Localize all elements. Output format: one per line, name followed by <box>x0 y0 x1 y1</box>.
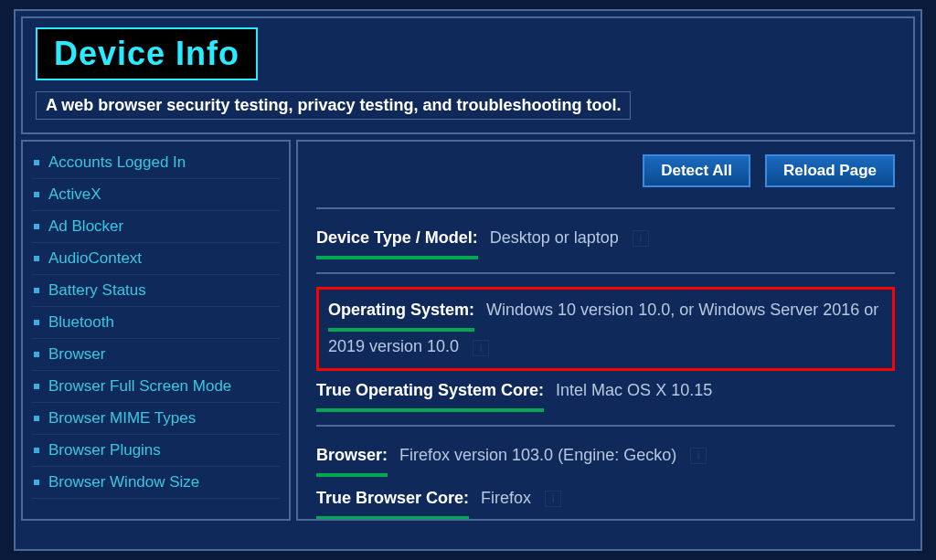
info-icon[interactable]: i <box>473 340 489 356</box>
subtitle-box: A web browser security testing, privacy … <box>36 91 631 120</box>
browser-label: Browser: <box>316 439 388 477</box>
sidebar-item-accounts-logged-in[interactable]: Accounts Logged In <box>32 147 280 179</box>
os-row: Operating System: Windows 10 version 10.… <box>328 295 883 363</box>
sidebar-item-label: Browser Window Size <box>48 473 199 491</box>
bullet-icon <box>34 320 39 325</box>
bullet-icon <box>34 416 39 421</box>
bullet-icon <box>34 224 39 229</box>
sidebar-item-label: Browser <box>48 345 105 364</box>
browser-row: Browser: Firefox version 103.0 (Engine: … <box>316 439 895 477</box>
bullet-icon <box>34 192 39 197</box>
detect-all-button[interactable]: Detect All <box>643 154 750 187</box>
sidebar-item-label: AudioContext <box>48 249 142 268</box>
bullet-icon <box>34 288 39 293</box>
button-row: Detect All Reload Page <box>316 154 895 187</box>
browser-value: Firefox version 103.0 (Engine: Gecko) <box>399 446 676 464</box>
page-subtitle: A web browser security testing, privacy … <box>46 96 621 114</box>
info-icon[interactable]: i <box>690 448 707 464</box>
divider <box>316 207 895 209</box>
bullet-icon <box>34 352 39 357</box>
main-panel: Detect All Reload Page Device Type / Mod… <box>296 140 915 521</box>
sidebar-item-browser-window-size[interactable]: Browser Window Size <box>32 467 280 499</box>
bullet-icon <box>34 480 39 485</box>
true-os-value: Intel Mac OS X 10.15 <box>556 381 712 399</box>
sidebar-item-label: Browser Plugins <box>48 441 161 460</box>
sidebar-item-browser-full-screen[interactable]: Browser Full Screen Mode <box>32 371 280 403</box>
os-highlight-box: Operating System: Windows 10 version 10.… <box>316 287 895 371</box>
sidebar-item-audiocontext[interactable]: AudioContext <box>32 243 280 275</box>
bullet-icon <box>34 256 39 261</box>
true-browser-row: True Browser Core: Firefox i <box>316 482 895 520</box>
sidebar-item-label: Browser MIME Types <box>48 409 196 428</box>
logo-box: Device Info <box>36 27 258 80</box>
sidebar-item-bluetooth[interactable]: Bluetooth <box>32 307 280 339</box>
sidebar: Accounts Logged In ActiveX Ad Blocker Au… <box>21 140 291 521</box>
divider <box>316 425 895 427</box>
main-frame: Device Info A web browser security testi… <box>14 9 922 551</box>
bullet-icon <box>34 384 39 389</box>
info-icon[interactable]: i <box>633 230 649 247</box>
sidebar-item-browser-mime[interactable]: Browser MIME Types <box>32 403 280 435</box>
sidebar-item-battery-status[interactable]: Battery Status <box>32 275 280 307</box>
sidebar-item-activex[interactable]: ActiveX <box>32 179 280 211</box>
sidebar-item-label: Accounts Logged In <box>48 153 186 172</box>
content-row: Accounts Logged In ActiveX Ad Blocker Au… <box>21 140 915 521</box>
sidebar-item-label: ActiveX <box>48 185 101 204</box>
sidebar-item-label: Battery Status <box>48 281 146 300</box>
os-label: Operating System: <box>328 295 474 332</box>
page-title: Device Info <box>54 35 239 72</box>
sidebar-item-label: Bluetooth <box>48 313 114 332</box>
true-browser-value: Firefox <box>481 489 531 507</box>
true-os-label: True Operating System Core: <box>316 375 544 412</box>
bullet-icon <box>34 448 39 453</box>
true-browser-label: True Browser Core: <box>316 482 469 520</box>
sidebar-item-label: Ad Blocker <box>48 217 123 236</box>
true-os-row: True Operating System Core: Intel Mac OS… <box>316 375 895 412</box>
device-type-value: Desktop or laptop <box>490 228 619 247</box>
sidebar-item-browser[interactable]: Browser <box>32 339 280 371</box>
bullet-icon <box>34 160 39 165</box>
divider <box>316 272 895 274</box>
sidebar-item-label: Browser Full Screen Mode <box>48 377 231 396</box>
sidebar-item-browser-plugins[interactable]: Browser Plugins <box>32 435 280 467</box>
device-type-row: Device Type / Model: Desktop or laptop i <box>316 222 895 259</box>
sidebar-item-ad-blocker[interactable]: Ad Blocker <box>32 211 280 243</box>
device-type-label: Device Type / Model: <box>316 222 478 259</box>
reload-page-button[interactable]: Reload Page <box>765 154 895 187</box>
header: Device Info A web browser security testi… <box>21 16 915 134</box>
info-icon[interactable]: i <box>545 491 561 507</box>
